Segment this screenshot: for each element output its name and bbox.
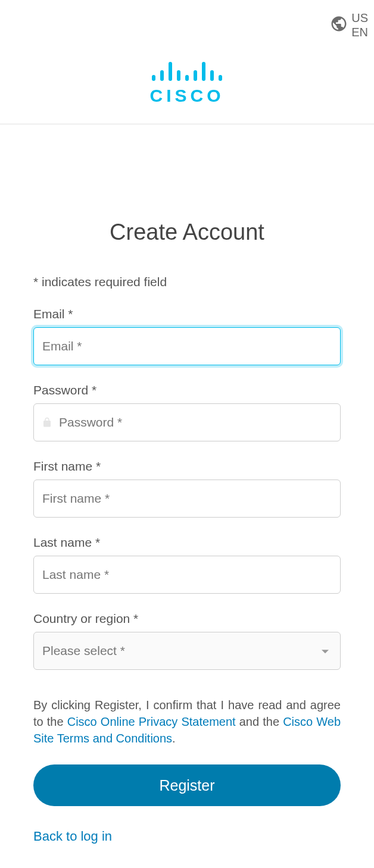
back-to-login-link[interactable]: Back to log in [33,829,112,844]
last-name-input[interactable] [33,556,341,594]
terms-suffix: . [172,732,176,745]
cisco-bars-icon [0,59,374,81]
cisco-logo: cisco [0,12,374,106]
locale-country: US [351,11,368,25]
privacy-link[interactable]: Cisco Online Privacy Statement [67,715,236,728]
main-content: Create Account * indicates required fiel… [0,220,374,844]
page-title: Create Account [33,220,341,245]
last-name-label: Last name * [33,535,341,550]
password-label: Password * [33,383,341,397]
locale-text: US EN [351,11,368,39]
terms-mid: and the [236,715,283,728]
first-name-group: First name * [33,459,341,518]
email-label: Email * [33,307,341,321]
email-group: Email * [33,307,341,365]
brand-name: cisco [0,86,374,106]
first-name-input[interactable] [33,480,341,518]
required-note: * indicates required field [33,275,341,289]
locale-selector[interactable]: US EN [330,11,368,39]
email-input[interactable] [33,327,341,365]
globe-icon [330,15,348,35]
first-name-label: First name * [33,459,341,474]
header: US EN cisco [0,0,374,124]
terms-text: By clicking Register, I confirm that I h… [33,697,341,747]
locale-language: EN [351,25,368,39]
country-select-value: Please select * [42,644,125,658]
password-input[interactable] [33,403,341,441]
register-button[interactable]: Register [33,764,341,806]
country-select[interactable]: Please select * [33,632,341,670]
country-group: Country or region * Please select * [33,612,341,670]
password-group: Password * [33,383,341,441]
country-label: Country or region * [33,612,341,626]
last-name-group: Last name * [33,535,341,594]
